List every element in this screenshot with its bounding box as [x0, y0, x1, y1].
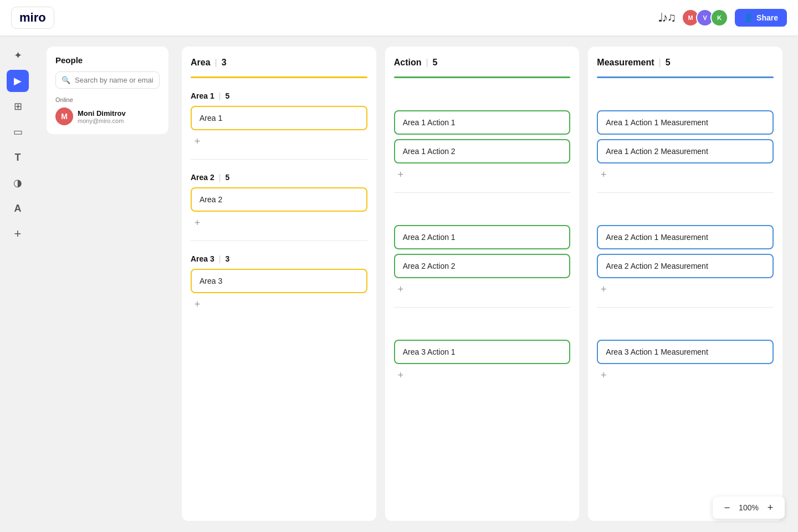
card-action-1-2[interactable]: Area 1 Action 2 [394, 139, 571, 163]
col-count-action: 5 [433, 58, 438, 68]
avatars: M V K [682, 9, 728, 27]
zoom-out-button[interactable]: − [720, 501, 734, 514]
separator-area-1 [191, 159, 367, 160]
section-area-3: Area 3 | 3 Area 3 + [191, 250, 367, 313]
card-text-action-2-1: Area 2 Action 1 [403, 233, 456, 242]
section-header-area-1: Area 1 | 5 [191, 87, 367, 100]
card-area-2[interactable]: Area 2 [191, 187, 367, 212]
card-action-2-1[interactable]: Area 2 Action 1 [394, 225, 571, 249]
section-action-1: Area 1 Action 1 Area 1 Action 2 + [394, 87, 571, 183]
separator-action-1 [394, 192, 571, 193]
sticky-note-icon[interactable]: ▭ [7, 121, 29, 143]
share-button[interactable]: 👤 Share [735, 9, 787, 27]
people-panel: People 🔍 Online M Moni Dimitrov mony@mir… [47, 47, 168, 134]
separator-area-2 [191, 241, 367, 241]
zoom-level: 100% [738, 503, 759, 512]
section-area-1: Area 1 | 5 Area 1 + [191, 87, 367, 150]
col-header-action: Action | 5 [394, 58, 571, 72]
sparkle-icon[interactable]: ✦ [7, 44, 29, 66]
col-title-area: Area [191, 58, 211, 68]
cursor-icon[interactable]: ▶ [7, 70, 29, 92]
card-measurement-1-2[interactable]: Area 1 Action 2 Measurement [597, 139, 774, 163]
card-text-area-2: Area 2 [200, 195, 222, 204]
section-title-area-2: Area 2 [191, 173, 214, 182]
logo[interactable]: miro [11, 7, 54, 29]
share-icon: 👤 [744, 13, 753, 22]
separator-measurement-1 [597, 192, 774, 193]
col-divider-measurement: | [659, 58, 661, 68]
user-name: Moni Dimitrov [78, 109, 126, 117]
card-action-1-1[interactable]: Area 1 Action 1 [394, 110, 571, 135]
card-action-2-2[interactable]: Area 2 Action 2 [394, 254, 571, 278]
add-card-area-2[interactable]: + [191, 216, 204, 229]
add-icon[interactable]: + [7, 223, 29, 245]
user-email: mony@miro.com [78, 117, 126, 124]
search-icon: 🔍 [62, 76, 70, 84]
card-text-action-2-2: Area 2 Action 2 [403, 262, 456, 270]
card-text-measurement-1-1: Area 1 Action 1 Measurement [606, 118, 708, 127]
col-header-area: Area | 3 [191, 58, 367, 72]
music-icon: ♩♪♫ [658, 11, 676, 25]
card-area-1[interactable]: Area 1 [191, 106, 367, 130]
zoom-in-button[interactable]: + [764, 501, 777, 514]
col-divider-action: | [426, 58, 428, 68]
add-action-2[interactable]: + [394, 283, 407, 296]
avatar-3: K [710, 9, 728, 27]
card-area-3[interactable]: Area 3 [191, 269, 367, 293]
card-measurement-2-2[interactable]: Area 2 Action 2 Measurement [597, 254, 774, 278]
zoom-controls: − 100% + [713, 497, 785, 519]
add-action-1[interactable]: + [394, 168, 407, 181]
section-count-area-3: 3 [225, 254, 229, 263]
section-measurement-1: Area 1 Action 1 Measurement Area 1 Actio… [597, 87, 774, 183]
header-right: ♩♪♫ M V K 👤 Share [658, 9, 787, 27]
left-sidebar: ✦ ▶ ⊞ ▭ T ◑ A + [0, 35, 35, 532]
add-action-3[interactable]: + [394, 369, 407, 382]
text-icon[interactable]: T [7, 146, 29, 168]
add-measurement-3[interactable]: + [597, 369, 610, 382]
separator-action-2 [394, 307, 571, 308]
card-action-3-1[interactable]: Area 3 Action 1 [394, 340, 571, 364]
user-info: Moni Dimitrov mony@miro.com [78, 109, 126, 124]
card-text-action-3-1: Area 3 Action 1 [403, 347, 456, 356]
people-title: People [55, 55, 160, 65]
card-text-area-1: Area 1 [200, 114, 222, 122]
add-measurement-2[interactable]: + [597, 283, 610, 296]
search-input[interactable] [75, 76, 154, 84]
separator-measurement-2 [597, 307, 774, 308]
card-measurement-3-1[interactable]: Area 3 Action 1 Measurement [597, 340, 774, 364]
card-text-measurement-3-1: Area 3 Action 1 Measurement [606, 347, 708, 356]
col-underline-action [394, 76, 571, 78]
font-icon[interactable]: A [7, 197, 29, 219]
header: miro ♩♪♫ M V K 👤 Share [0, 0, 798, 35]
column-measurement: Measurement | 5 Area 1 Action 1 Measurem… [588, 47, 782, 521]
section-header-area-2: Area 2 | 5 [191, 168, 367, 182]
column-area: Area | 3 Area 1 | 5 Area 1 + [182, 47, 376, 521]
column-action: Action | 5 Area 1 Action 1 Area 1 Action… [385, 47, 580, 521]
avatar: M [55, 108, 73, 125]
section-action-2: Area 2 Action 1 Area 2 Action 2 + [394, 202, 571, 298]
card-text-measurement-1-2: Area 1 Action 2 Measurement [606, 147, 708, 156]
card-measurement-1-1[interactable]: Area 1 Action 1 Measurement [597, 110, 774, 135]
col-count-area: 3 [222, 58, 227, 68]
user-row: M Moni Dimitrov mony@miro.com [55, 108, 160, 125]
section-area-2: Area 2 | 5 Area 2 + [191, 168, 367, 232]
online-label: Online [55, 96, 160, 103]
section-divider-area-3: | [219, 254, 221, 263]
section-divider-area-2: | [219, 173, 221, 182]
logo-text: miro [19, 11, 46, 24]
col-divider-area: | [215, 58, 217, 68]
col-title-action: Action [394, 58, 422, 68]
add-card-area-3[interactable]: + [191, 298, 204, 311]
share-label: Share [756, 13, 778, 22]
card-text-area-3: Area 3 [200, 277, 222, 285]
section-count-area-2: 5 [225, 173, 229, 182]
add-card-area-1[interactable]: + [191, 135, 204, 148]
card-text-measurement-2-2: Area 2 Action 2 Measurement [606, 262, 708, 270]
card-measurement-2-1[interactable]: Area 2 Action 1 Measurement [597, 225, 774, 249]
col-title-measurement: Measurement [597, 58, 654, 68]
shapes-icon[interactable]: ◑ [7, 172, 29, 194]
col-underline-area [191, 76, 367, 78]
add-measurement-1[interactable]: + [597, 168, 610, 181]
section-title-area-1: Area 1 [191, 91, 214, 100]
table-icon[interactable]: ⊞ [7, 95, 29, 117]
